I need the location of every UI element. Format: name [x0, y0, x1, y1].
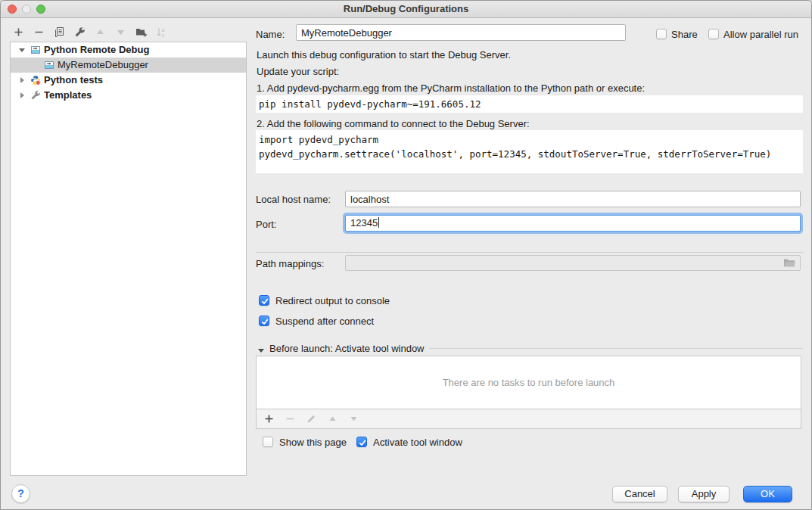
share-label[interactable]: Share — [671, 29, 698, 40]
settrace-code-line-2: pydevd_pycharm.settrace('localhost', por… — [259, 147, 803, 161]
edit-pencil-icon[interactable] — [306, 414, 316, 424]
add-icon[interactable] — [13, 26, 24, 38]
move-up-icon[interactable] — [95, 26, 106, 38]
move-down-icon[interactable] — [115, 26, 126, 38]
copy-icon[interactable] — [54, 26, 65, 38]
tree-item-templates[interactable]: Templates — [11, 88, 246, 103]
show-this-page-checkbox[interactable] — [263, 437, 273, 447]
add-icon[interactable] — [264, 414, 274, 424]
apply-button[interactable]: Apply — [678, 486, 730, 502]
description-line-3: 1. Add pydevd-pycharm.egg from the PyCha… — [257, 82, 645, 94]
before-launch-empty-text: There are no tasks to run before launch — [443, 377, 615, 388]
port-value: 12345 — [350, 217, 378, 229]
suspend-after-connect-label[interactable]: Suspend after connect — [275, 316, 374, 327]
redirect-output-label[interactable]: Redirect output to console — [275, 295, 390, 306]
tree-item-python-tests[interactable]: Python tests — [11, 73, 246, 88]
tree-item-label: Templates — [44, 88, 92, 103]
close-window-button[interactable] — [8, 5, 17, 14]
chevron-collapsed-icon[interactable] — [17, 75, 27, 86]
wrench-icon — [30, 90, 41, 101]
local-host-name-label: Local host name: — [256, 194, 331, 205]
remove-icon[interactable] — [285, 414, 295, 424]
tree-item-python-remote-debug[interactable]: Python Remote Debug — [11, 42, 246, 58]
description-line-4: 2. Add the following command to connect … — [257, 118, 530, 129]
activate-tool-window-label[interactable]: Activate tool window — [373, 437, 462, 448]
chevron-expanded-icon[interactable] — [17, 45, 27, 55]
move-down-icon[interactable] — [349, 414, 359, 424]
window-title: Run/Debug Configurations — [1, 1, 811, 17]
tree-item-myremotedebugger[interactable]: MyRemoteDebugger — [11, 58, 246, 73]
name-label: Name: — [256, 29, 285, 40]
allow-parallel-run-label[interactable]: Allow parallel run — [723, 29, 798, 40]
ok-button[interactable]: OK — [743, 486, 792, 502]
settrace-code-line-1: import pydevd_pycharm — [259, 132, 803, 147]
browse-folder-icon[interactable] — [783, 257, 796, 271]
zoom-window-button[interactable] — [36, 5, 45, 14]
activate-tool-window-checkbox[interactable] — [356, 437, 367, 447]
chevron-collapsed-icon[interactable] — [17, 90, 27, 101]
name-input[interactable] — [296, 24, 626, 41]
minimize-window-button[interactable] — [22, 5, 31, 14]
new-folder-icon[interactable] — [135, 26, 147, 38]
tree-toolbar: az — [13, 23, 167, 40]
before-launch-toolbar — [256, 409, 801, 429]
cancel-button[interactable]: Cancel — [612, 486, 667, 502]
python-tests-icon — [30, 75, 41, 86]
path-mappings-field[interactable] — [345, 255, 801, 271]
move-up-icon[interactable] — [328, 414, 338, 424]
pip-install-code: pip install pydevd-pycharm~=191.6605.12 — [256, 95, 803, 113]
remove-icon[interactable] — [33, 26, 45, 38]
configurations-tree: Python Remote Debug MyRemoteDebugger Pyt… — [10, 42, 247, 476]
tree-item-label: MyRemoteDebugger — [58, 58, 148, 73]
before-launch-header[interactable]: Before launch: Activate tool window — [257, 343, 803, 354]
port-label: Port: — [256, 219, 276, 230]
help-button[interactable]: ? — [11, 484, 30, 503]
before-launch-title: Before launch: Activate tool window — [269, 343, 425, 354]
before-launch-task-list[interactable]: There are no tasks to run before launch — [256, 356, 801, 409]
tree-item-label: Python tests — [44, 73, 103, 88]
show-this-page-label[interactable]: Show this page — [279, 437, 347, 448]
titlebar: Run/Debug Configurations — [1, 1, 811, 18]
allow-parallel-run-checkbox[interactable] — [708, 29, 719, 39]
path-mappings-label: Path mappings: — [256, 258, 324, 269]
run-debug-configurations-dialog: Run/Debug Configurations az — [0, 0, 812, 510]
description-line-1: Launch this debug configuration to start… — [257, 49, 511, 61]
chevron-expanded-icon[interactable] — [257, 345, 265, 353]
description-line-2: Update your script: — [257, 66, 339, 77]
suspend-after-connect-checkbox[interactable] — [259, 316, 269, 326]
sort-alphabetically-icon[interactable]: az — [156, 26, 167, 38]
header-rule — [429, 348, 803, 349]
redirect-output-checkbox[interactable] — [259, 295, 269, 306]
port-input[interactable]: 12345 — [345, 215, 801, 232]
share-checkbox[interactable] — [656, 29, 667, 39]
remote-debug-icon — [44, 60, 54, 70]
local-host-name-input[interactable] — [345, 191, 801, 207]
svg-text:z: z — [162, 33, 165, 38]
section-separator — [256, 252, 803, 253]
tree-item-label: Python Remote Debug — [44, 42, 149, 58]
text-caret — [378, 217, 379, 228]
edit-templates-wrench-icon[interactable] — [74, 26, 86, 38]
remote-debug-icon — [30, 45, 41, 55]
settrace-code-block: import pydevd_pycharm pydevd_pycharm.set… — [256, 130, 803, 173]
